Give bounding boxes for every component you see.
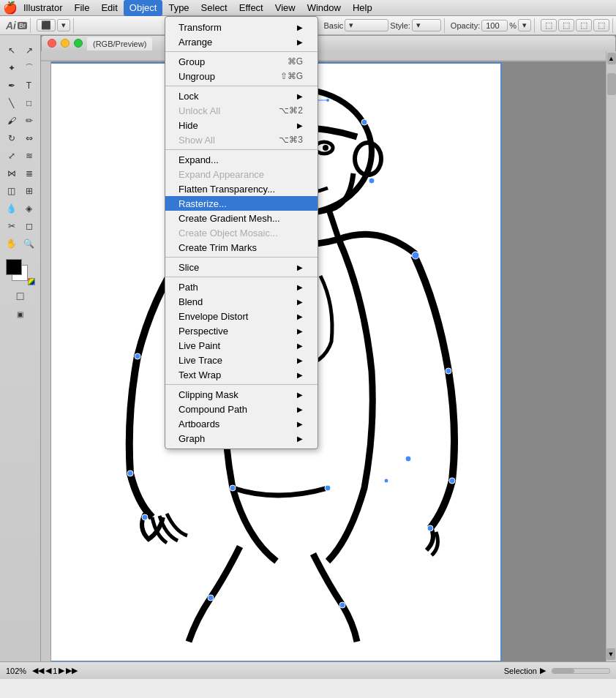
blend-tool[interactable]: ◈ [21,200,37,217]
extra-btn1[interactable]: ⬚ [541,19,557,31]
h-scrollbar-thumb[interactable] [552,669,574,673]
menu-select[interactable]: Select [195,0,233,16]
menu-window[interactable]: Window [301,0,347,16]
zoom-tool[interactable]: 🔍 [21,236,37,252]
menu-item-envelope-distort[interactable]: Envelope Distort ▶ [165,309,318,323]
menu-item-hide[interactable]: Hide ▶ [165,118,318,132]
submenu-arrow: ▶ [297,312,303,320]
view-mode-btn[interactable]: ⬛ [37,19,56,31]
scissors-tool[interactable]: ✂ [4,218,20,234]
menu-object[interactable]: Object [124,0,163,16]
object-dropdown-menu: Transform ▶ Arrange ▶ Group ⌘G Ungroup ⇧… [165,16,318,449]
menu-item-group[interactable]: Group ⌘G [165,54,318,69]
color-mode-icon[interactable] [28,278,35,285]
menu-item-unlock-all[interactable]: Unlock All ⌥⌘2 [165,103,318,118]
graph-tool[interactable]: ⋈ [4,165,20,181]
menu-type[interactable]: Type [162,0,195,16]
canvas-scroll-area[interactable] [41,51,606,661]
menu-item-rasterize[interactable]: Rasterize... [165,196,318,211]
lasso-tool[interactable]: ⌒ [21,60,37,76]
menu-item-slice[interactable]: Slice ▶ [165,260,318,274]
gradient-tool[interactable]: ◫ [4,183,20,199]
extra-btn3[interactable]: ⬚ [576,19,592,31]
close-button[interactable] [48,39,56,48]
selection-arrow: ▶ [540,666,546,675]
menu-item-live-trace[interactable]: Live Trace ▶ [165,353,318,367]
horizontal-scrollbar[interactable] [552,668,610,674]
svg-rect-32 [41,51,606,61]
vertical-scrollbar[interactable]: ▲ ▼ [606,51,616,661]
direct-select-tool[interactable]: ↗ [21,42,37,59]
menu-item-compound-path[interactable]: Compound Path ▶ [165,402,318,416]
menu-item-ungroup[interactable]: Ungroup ⇧⌘G [165,69,318,83]
pencil-tool[interactable]: ✏ [21,113,37,129]
page-nav-prev-prev[interactable]: ◀◀ [32,666,44,675]
menu-file[interactable]: File [68,0,95,16]
scroll-down-btn[interactable]: ▼ [606,648,615,660]
menu-item-perspective[interactable]: Perspective ▶ [165,323,318,338]
pen-tool[interactable]: ✒ [4,78,20,94]
page-nav-prev[interactable]: ◀ [45,666,51,675]
menu-item-expand-appearance[interactable]: Expand Appearance [165,167,318,181]
menu-item-live-paint[interactable]: Live Paint ▶ [165,338,318,353]
menu-illustrator[interactable]: Illustrator [18,0,68,16]
style-value-dropdown[interactable]: ▾ [412,19,441,31]
menu-effect[interactable]: Effect [233,0,269,16]
warp-tool[interactable]: ≋ [21,148,37,164]
minimize-button[interactable] [61,39,70,48]
screen-mode-tool[interactable]: ▣ [12,306,29,322]
menu-item-show-all[interactable]: Show All ⌥⌘3 [165,132,318,147]
view-mode-tool[interactable]: □ [12,288,29,304]
menu-help[interactable]: Help [347,0,378,16]
menu-item-create-object-mosaic[interactable]: Create Object Mosaic... [165,225,318,240]
svg-point-25 [339,602,345,608]
page-nav-next[interactable]: ▶ [59,666,64,675]
extra-btn2[interactable]: ⬚ [558,19,574,31]
maximize-button[interactable] [74,39,83,48]
scrollbar-thumb[interactable] [607,73,616,95]
line-tool[interactable]: ╲ [4,95,20,111]
menu-item-graph[interactable]: Graph ▶ [165,431,318,446]
menu-item-path[interactable]: Path ▶ [165,279,318,294]
menu-item-text-wrap[interactable]: Text Wrap ▶ [165,367,318,382]
rotate-tool[interactable]: ↻ [4,130,20,146]
separator-1 [165,51,318,52]
window-buttons [48,39,83,48]
mesh-tool[interactable]: ⊞ [21,183,37,199]
menu-item-arrange[interactable]: Arrange ▶ [165,34,318,49]
opacity-value[interactable]: 100 [481,20,508,31]
menu-item-create-gradient-mesh[interactable]: Create Gradient Mesh... [165,211,318,225]
menu-item-transform[interactable]: Transform ▶ [165,20,318,34]
view-toggle-btn[interactable]: ▾ [57,19,70,31]
menu-item-create-trim-marks[interactable]: Create Trim Marks [165,240,318,255]
selection-tool[interactable]: ↖ [4,42,20,59]
menu-edit[interactable]: Edit [95,0,123,16]
apple-menu[interactable]: 🍎 [3,0,18,16]
menu-item-lock[interactable]: Lock ▶ [165,89,318,103]
scroll-up-btn[interactable]: ▲ [607,53,616,64]
menu-item-clipping-mask[interactable]: Clipping Mask ▶ [165,387,318,402]
menu-item-artboards[interactable]: Artboards ▶ [165,416,318,431]
paintbrush-tool[interactable]: 🖌 [4,113,20,129]
hand-tool[interactable]: ✋ [4,236,20,252]
extra-btn4[interactable]: ⬚ [593,19,609,31]
eraser-tool[interactable]: ◻ [21,218,37,234]
separator-3 [165,149,318,150]
app-logo-section: Ai Br [3,18,31,33]
page-nav-next-next[interactable]: ▶▶ [66,666,78,675]
shape-tool[interactable]: □ [21,95,37,111]
column-graph-tool[interactable]: ≣ [21,165,37,181]
style-dropdown[interactable]: ▾ [345,19,388,31]
opacity-dropdown[interactable]: ▾ [518,19,531,31]
menu-item-blend[interactable]: Blend ▶ [165,294,318,309]
magic-wand-tool[interactable]: ✦ [4,60,20,76]
scale-tool[interactable]: ⤢ [4,148,20,164]
stroke-color-swatch[interactable] [6,259,22,275]
reflect-tool[interactable]: ⇔ [21,130,37,146]
doc-tab[interactable]: (RGB/Preview) [87,37,152,50]
menu-item-expand[interactable]: Expand... [165,152,318,167]
menu-item-flatten-transparency[interactable]: Flatten Transparency... [165,181,318,196]
menu-view[interactable]: View [269,0,301,16]
type-tool[interactable]: T [21,78,37,94]
eyedropper-tool[interactable]: 💧 [4,200,20,217]
